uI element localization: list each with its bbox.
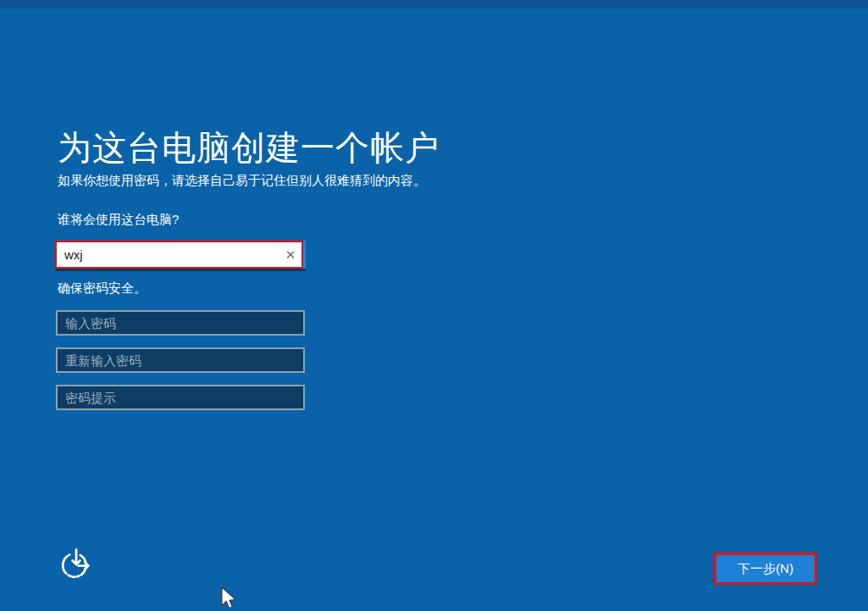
username-input-highlight: ✕ (55, 241, 303, 269)
page-subtitle: 如果你想使用密码，请选择自己易于记住但别人很难猜到的内容。 (58, 172, 426, 189)
username-input[interactable] (57, 242, 279, 267)
confirm-password-input[interactable] (58, 349, 303, 371)
ease-of-access-icon (59, 548, 91, 583)
next-button-highlight: 下一步(N) (714, 553, 817, 585)
password-hint-field (56, 385, 305, 410)
next-button[interactable]: 下一步(N) (716, 555, 815, 582)
password-input[interactable] (58, 312, 303, 334)
password-section-label: 确保密码安全。 (58, 281, 147, 296)
mouse-cursor (220, 586, 237, 611)
clear-icon[interactable]: ✕ (279, 242, 301, 267)
password-field (56, 310, 305, 336)
oobe-create-account-screen: 为这台电脑创建一个帐户 如果你想使用密码，请选择自己易于记住但别人很难猜到的内容… (0, 0, 868, 611)
username-label: 谁将会使用这台电脑? (58, 212, 179, 227)
top-band (0, 0, 868, 8)
ease-of-access-button[interactable] (59, 549, 91, 581)
page-title: 为这台电脑创建一个帐户 (58, 126, 440, 169)
password-hint-input[interactable] (58, 386, 303, 408)
confirm-password-field (56, 347, 305, 373)
